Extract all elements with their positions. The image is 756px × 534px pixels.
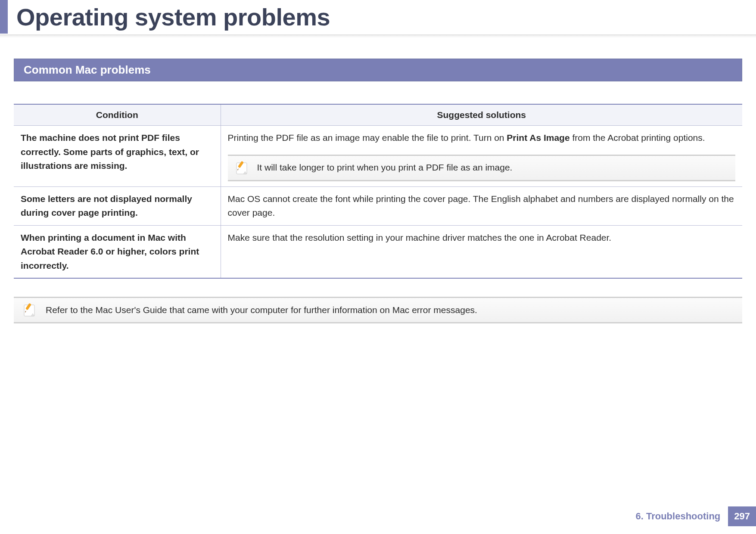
content-area: Common Mac problems Condition Suggested … <box>0 38 756 323</box>
header-divider <box>0 34 756 38</box>
solution-cell: Make sure that the resolution setting in… <box>221 225 742 278</box>
note-icon <box>234 160 249 176</box>
column-header-condition: Condition <box>14 105 221 126</box>
page-note-text: Refer to the Mac User's Guide that came … <box>46 305 477 315</box>
table-header-row: Condition Suggested solutions <box>14 105 742 126</box>
header-accent-tab <box>0 0 8 34</box>
solution-cell: Printing the PDF file as an image may en… <box>221 126 742 187</box>
table-row: Some letters are not displayed normally … <box>14 186 742 225</box>
solution-text: Printing the PDF file as an image may en… <box>228 131 736 145</box>
page-header: Operating system problems <box>0 0 756 34</box>
footer-section-label: 6. Troubleshooting <box>636 511 721 522</box>
page-note-box: Refer to the Mac User's Guide that came … <box>14 297 742 323</box>
page-footer: 6. Troubleshooting 297 <box>636 506 756 526</box>
table-row: The machine does not print PDF files cor… <box>14 126 742 187</box>
condition-cell: When printing a document in Mac with Acr… <box>14 225 221 278</box>
inline-note-box: It will take longer to print when you pr… <box>228 155 736 181</box>
section-heading: Common Mac problems <box>14 59 742 81</box>
solution-prefix: Printing the PDF file as an image may en… <box>228 133 507 143</box>
table-row: When printing a document in Mac with Acr… <box>14 225 742 278</box>
column-header-solutions: Suggested solutions <box>221 105 742 126</box>
problems-table: Condition Suggested solutions The machin… <box>14 104 742 279</box>
note-icon <box>22 302 37 318</box>
inline-note-text: It will take longer to print when you pr… <box>257 161 513 175</box>
solution-suffix: from the Acrobat printing options. <box>570 133 705 143</box>
footer-page-number: 297 <box>728 506 756 526</box>
page-title: Operating system problems <box>16 3 330 31</box>
condition-cell: The machine does not print PDF files cor… <box>14 126 221 187</box>
solution-bold: Print As Image <box>507 133 569 143</box>
solution-cell: Mac OS cannot create the font while prin… <box>221 186 742 225</box>
condition-cell: Some letters are not displayed normally … <box>14 186 221 225</box>
